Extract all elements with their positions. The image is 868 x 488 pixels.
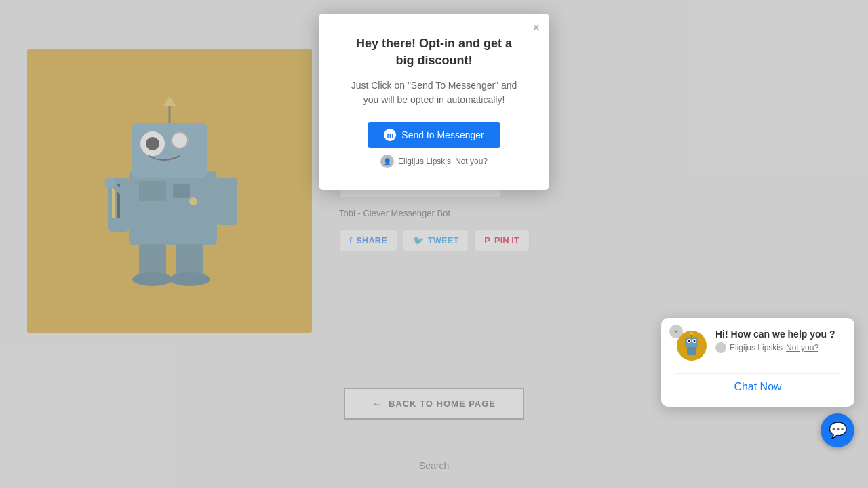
svg-point-28	[690, 332, 693, 335]
svg-point-24	[688, 340, 690, 342]
opt-in-modal: × Hey there! Opt-in and get a big discou…	[319, 14, 549, 190]
chat-text-area: Hi! How can we help you ? Eligijus Lipsk…	[715, 329, 841, 353]
chat-not-you-link[interactable]: Not you?	[786, 343, 818, 352]
close-icon: ×	[674, 327, 678, 336]
modal-not-you-link[interactable]: Not you?	[455, 157, 488, 166]
modal-close-button[interactable]: ×	[532, 22, 540, 34]
messenger-icon: m	[384, 129, 396, 141]
chat-widget: × Hi! How can we help you ?	[661, 318, 854, 447]
chat-greeting: Hi! How can we help you ?	[715, 329, 841, 340]
chat-user-avatar	[715, 342, 726, 353]
chat-popup-content: Hi! How can we help you ? Eligijus Lipsk…	[675, 329, 841, 365]
messenger-fab-icon: 💬	[829, 422, 847, 439]
svg-rect-21	[685, 337, 698, 348]
modal-send-messenger-button[interactable]: m Send to Messenger	[368, 122, 500, 148]
modal-user-avatar: 👤	[380, 155, 394, 168]
modal-user-name: Eligijus Lipskis	[398, 157, 451, 166]
chat-popup: × Hi! How can we help you ?	[661, 318, 854, 407]
chat-user-name: Eligijus Lipskis	[730, 343, 783, 352]
chat-fab-button[interactable]: 💬	[821, 413, 854, 447]
svg-point-25	[694, 340, 696, 342]
chat-user-info: Eligijus Lipskis Not you?	[715, 342, 841, 353]
modal-user-row: 👤 Eligijus Lipskis Not you?	[346, 155, 522, 168]
modal-title: Hey there! Opt-in and get a big discount…	[346, 35, 522, 69]
modal-subtitle: Just Click on "Send To Messenger" and yo…	[346, 79, 522, 107]
svg-rect-26	[687, 347, 696, 355]
chat-now-button[interactable]: Chat Now	[675, 373, 841, 396]
chat-popup-close-button[interactable]: ×	[669, 325, 683, 338]
modal-send-label: Send to Messenger	[401, 129, 484, 140]
